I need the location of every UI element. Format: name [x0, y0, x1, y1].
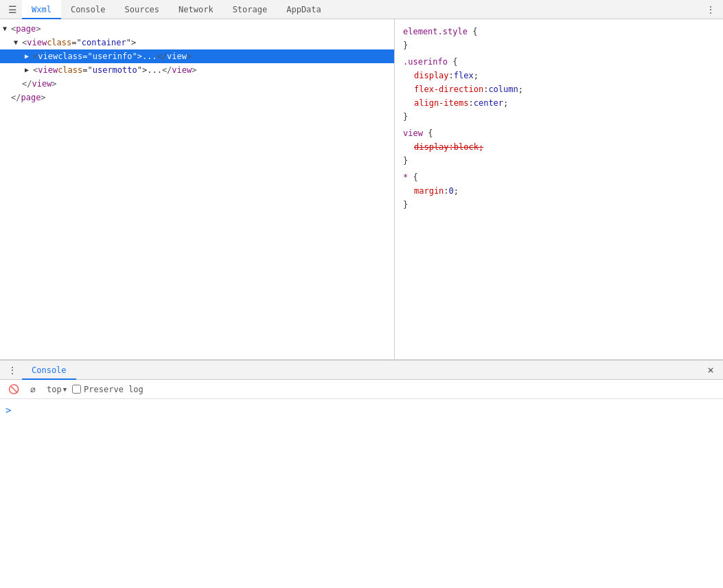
tab-console[interactable]: Console [61, 0, 115, 19]
filter-icon: ⌀ [30, 384, 36, 394]
console-tab-console[interactable]: Console [22, 361, 76, 380]
dots-icon: ⋮ [8, 365, 17, 376]
tree-toggle-view-close [14, 80, 22, 88]
toolbar-left: ☰ [3, 0, 22, 19]
css-panel: element.style { } .userinfo { display:fl… [395, 19, 723, 359]
tree-row-view-close[interactable]: </view> [0, 77, 394, 91]
console-clear-button[interactable]: 🚫 [5, 381, 22, 398]
clear-icon: 🚫 [8, 384, 19, 394]
css-prop-margin: margin:0; [403, 184, 715, 198]
css-brace-close-view: } [403, 154, 715, 168]
menu-icon-button[interactable]: ☰ [3, 0, 22, 19]
console-prompt-line[interactable]: > [5, 402, 718, 418]
console-caret-icon: > [5, 405, 11, 416]
console-filter-toggle-button[interactable]: ⌀ [25, 381, 41, 398]
main-panel: ▼ <page> ▼ <view class="container"> ▶ <v… [0, 19, 723, 360]
console-drawer: ⋮ Console × 🚫 ⌀ top ▼ Preserve log > [0, 360, 723, 588]
console-tab-bar-left: ⋮ Console [3, 361, 76, 380]
tab-storage[interactable]: Storage [223, 0, 277, 19]
console-drawer-menu-button[interactable]: ⋮ [3, 361, 22, 380]
chevron-down-icon: ▼ [63, 386, 67, 393]
tab-appdata[interactable]: AppData [277, 0, 331, 19]
toolbar-right: ⋮ [701, 0, 720, 19]
tree-toggle-page-close [3, 93, 11, 102]
console-toolbar: 🚫 ⌀ top ▼ Preserve log [0, 380, 723, 399]
console-input[interactable] [14, 405, 718, 415]
tree-toggle-usermotto[interactable]: ▶ [25, 66, 33, 74]
tab-wxml[interactable]: Wxml [22, 0, 61, 19]
more-options-button[interactable]: ⋮ [701, 0, 720, 19]
css-rule-star-selector: * { [403, 170, 715, 184]
console-body: > [0, 399, 723, 588]
more-icon: ⋮ [706, 4, 715, 15]
main-tab-bar: Wxml Console Sources Network Storage App… [22, 0, 701, 19]
tree-toggle-userinfo[interactable]: ▶ [25, 52, 33, 60]
css-brace-close-element: } [403, 38, 715, 52]
hamburger-icon: ☰ [8, 4, 17, 15]
css-prop-flex-direction: flex-direction:column; [403, 82, 715, 96]
level-selector[interactable]: top ▼ [44, 385, 69, 394]
css-prop-display-flex: display:flex; [403, 69, 715, 82]
css-rule-element-style: element.style { [403, 25, 715, 38]
toolbar: ☰ Wxml Console Sources Network Storage A… [0, 0, 723, 19]
wxml-tree-panel: ▼ <page> ▼ <view class="container"> ▶ <v… [0, 19, 395, 359]
console-close-button[interactable]: × [701, 361, 720, 380]
css-prop-display-block: display:block; [403, 140, 715, 154]
console-tab-bar: ⋮ Console × [0, 361, 723, 380]
preserve-log-checkbox[interactable] [72, 385, 81, 394]
css-prop-align-items: align-items:center; [403, 96, 715, 110]
tab-sources[interactable]: Sources [115, 0, 169, 19]
css-rule-userinfo-selector: .userinfo { [403, 55, 715, 69]
tree-row-view-container[interactable]: ▼ <view class="container"> [0, 36, 394, 49]
css-brace-close-userinfo: } [403, 110, 715, 124]
level-label: top [47, 385, 62, 394]
tree-toggle-container[interactable]: ▼ [14, 38, 22, 47]
tree-row-view-userinfo[interactable]: ▶ <view class="userinfo">...</view> [0, 49, 394, 63]
tree-row-page-open[interactable]: ▼ <page> [0, 22, 394, 36]
tree-toggle-page[interactable]: ▼ [3, 25, 11, 33]
tree-row-view-usermotto[interactable]: ▶ <view class="usermotto">...</view> [0, 63, 394, 77]
preserve-log-label: Preserve log [84, 385, 144, 394]
tab-network[interactable]: Network [169, 0, 223, 19]
preserve-log-control[interactable]: Preserve log [72, 385, 144, 394]
tree-row-page-close[interactable]: </page> [0, 91, 394, 104]
css-rule-view-selector: view { [403, 126, 715, 140]
css-brace-close-star: } [403, 198, 715, 212]
